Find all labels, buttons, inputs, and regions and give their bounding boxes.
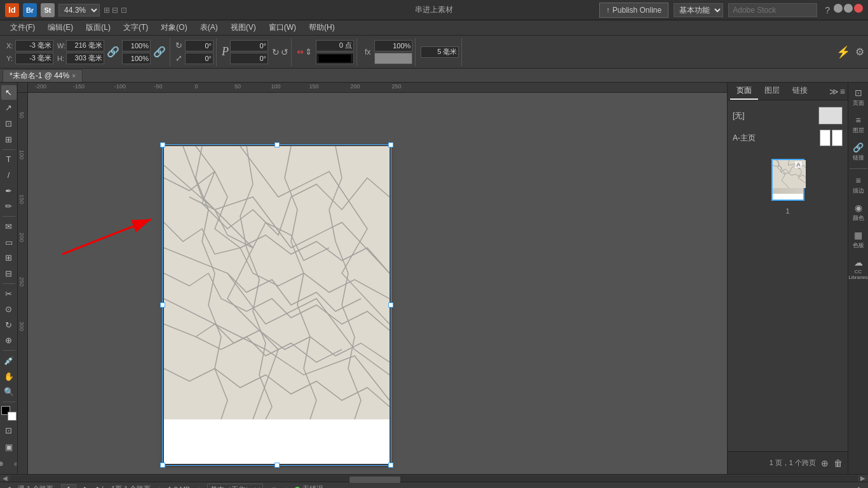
scale-tool[interactable]: ⊕ — [1, 334, 17, 348]
status-page-end[interactable]: ▶| — [97, 485, 104, 488]
text-skew-input[interactable] — [230, 53, 268, 64]
panel-expand-icon[interactable]: ≫ — [829, 86, 839, 97]
refresh-ccw-icon[interactable]: ↺ — [281, 47, 288, 57]
shear-input[interactable] — [185, 53, 214, 64]
minimize-button[interactable] — [834, 4, 843, 13]
tab-layers[interactable]: 图层 — [758, 83, 786, 100]
menu-help[interactable]: 帮助(H) — [304, 21, 340, 34]
background-color[interactable] — [8, 412, 17, 421]
panel-menu-icon[interactable]: ≡ — [840, 86, 845, 97]
frame-edges[interactable]: ▭ — [10, 456, 18, 471]
eyedropper-tool[interactable]: 💉 — [1, 353, 17, 368]
h-scroll-thumb[interactable] — [349, 477, 400, 483]
menu-view[interactable]: 视图(V) — [226, 21, 261, 34]
scale-h-input[interactable] — [122, 53, 151, 64]
view-preview-icon[interactable]: ⊡ — [1, 423, 17, 438]
line-tool[interactable]: / — [1, 168, 17, 182]
sidebar-pages[interactable]: ⊡ 页面 — [849, 85, 868, 110]
scale-link-icon[interactable]: 🔗 — [153, 46, 166, 58]
text-angle-input[interactable] — [230, 40, 268, 51]
document-tab[interactable]: *未命名-1 @ 44% × — [3, 69, 83, 82]
view-normal-icon[interactable]: ▣ — [1, 440, 17, 455]
menu-edit[interactable]: 编辑(E) — [43, 21, 78, 34]
refresh-cw-icon[interactable]: ↻ — [272, 47, 280, 57]
pencil-tool[interactable]: ✏ — [1, 200, 17, 214]
publish-online-button[interactable]: ↑ Publish Online — [599, 3, 668, 18]
adobe-stock-search[interactable] — [728, 3, 817, 17]
maximize-button[interactable] — [844, 4, 853, 13]
lightning-icon[interactable]: ⚡ — [836, 45, 850, 59]
menu-object[interactable]: 对象(O) — [156, 21, 192, 34]
stock-icon[interactable]: St — [41, 3, 55, 17]
size-input[interactable] — [421, 46, 459, 58]
tab-links[interactable]: 链接 — [786, 83, 814, 100]
delete-page-icon[interactable]: 🗑 — [834, 458, 843, 468]
gap-tool[interactable]: ⊞ — [1, 132, 17, 147]
status-workspace-arrow[interactable]: ▼ — [271, 485, 278, 489]
bridge-icon[interactable]: Br — [23, 3, 37, 17]
status-scroll-right[interactable]: ▶ — [858, 485, 863, 488]
scroll-left-btn[interactable]: ◀ — [3, 475, 8, 482]
sidebar-color[interactable]: ◉ 颜色 — [849, 200, 868, 225]
zoom-tool[interactable]: 🔍 — [1, 385, 17, 400]
gradient-tool[interactable]: ⊟ — [1, 266, 17, 281]
sidebar-swatches[interactable]: ▦ 色板 — [849, 227, 868, 252]
constrain-proportions-icon[interactable]: 🔗 — [107, 46, 119, 58]
text-tool[interactable]: T — [1, 152, 17, 167]
menu-window[interactable]: 窗口(W) — [264, 21, 301, 34]
pen-tool[interactable]: ✒ — [1, 184, 17, 198]
panel-tab-bar: 页面 图层 链接 ≫ ≡ — [728, 83, 848, 100]
menu-table[interactable]: 表(A) — [195, 21, 223, 34]
add-page-icon[interactable]: ⊕ — [821, 458, 829, 468]
indesign-icon[interactable]: Id — [5, 3, 19, 17]
stroke-label: 描边 — [853, 187, 864, 195]
sidebar-cc-libraries[interactable]: ☁ CC Libraries — [849, 255, 868, 283]
flip-h-icon[interactable]: ⇔ — [297, 47, 304, 57]
workspace-select[interactable]: 基本（工作） — [207, 484, 263, 489]
menu-layout[interactable]: 版面(L) — [81, 21, 116, 34]
rect-frame-tool[interactable]: ▭ — [1, 235, 17, 250]
menu-file[interactable]: 文件(F) — [5, 21, 40, 34]
workspace-selector[interactable]: 基本功能 — [674, 3, 723, 17]
scissors-tool[interactable]: ✂ — [1, 287, 17, 301]
frame-tool[interactable]: ✉ — [1, 219, 17, 234]
scale-w-input[interactable] — [122, 40, 151, 51]
zoom-selector[interactable]: 44.3% — [58, 4, 100, 17]
transform-tool[interactable]: ⊙ — [1, 302, 17, 316]
hand-tool[interactable]: ✋ — [1, 369, 17, 384]
h-scroll-track[interactable] — [10, 475, 858, 482]
status-page-prev[interactable]: ◀ — [5, 485, 10, 488]
master-none[interactable]: [无] — [731, 104, 844, 127]
master-a[interactable]: A-主页 — [731, 127, 844, 149]
page-1-thumbnail[interactable]: A — [771, 159, 804, 201]
rotation-input[interactable] — [185, 40, 214, 51]
x-input[interactable] — [15, 40, 53, 51]
h-input[interactable] — [66, 53, 104, 64]
document-page — [164, 146, 390, 464]
rotate-tool[interactable]: ↻ — [1, 318, 17, 332]
w-input[interactable] — [66, 40, 104, 51]
tab-pages[interactable]: 页面 — [730, 83, 758, 100]
flip-v-icon[interactable]: ⇕ — [305, 47, 312, 57]
select-tool[interactable]: ↖ — [1, 85, 17, 100]
scroll-right-btn[interactable]: ▶ — [860, 475, 865, 482]
help-icon[interactable]: ? — [822, 4, 832, 17]
grid-tool[interactable]: ⊞ — [1, 250, 17, 265]
page-number-input[interactable] — [61, 484, 76, 489]
stroke-input[interactable] — [316, 40, 354, 51]
horizontal-scrollbar[interactable]: ◀ ▶ — [0, 474, 868, 482]
sidebar-links[interactable]: 🔗 链接 — [849, 140, 868, 165]
y-input[interactable] — [15, 53, 53, 64]
page-tool[interactable]: ⊡ — [1, 116, 17, 131]
opacity-input[interactable] — [374, 40, 412, 51]
tab-close-button[interactable]: × — [72, 72, 76, 79]
menu-text[interactable]: 文字(T) — [118, 21, 153, 34]
sidebar-stroke[interactable]: ≡ 描边 — [849, 173, 868, 198]
settings-icon[interactable]: ⚙ — [855, 46, 864, 58]
canvas-area[interactable]: -200 -150 -100 -50 0 50 100 150 200 250 … — [18, 83, 727, 474]
sidebar-layers[interactable]: ≡ 图层 — [849, 112, 868, 137]
content-grabber[interactable]: ⊕ — [0, 456, 8, 471]
status-page-next[interactable]: ▶ — [84, 485, 89, 488]
direct-select-tool[interactable]: ↗ — [1, 101, 17, 116]
close-button[interactable] — [854, 4, 863, 13]
